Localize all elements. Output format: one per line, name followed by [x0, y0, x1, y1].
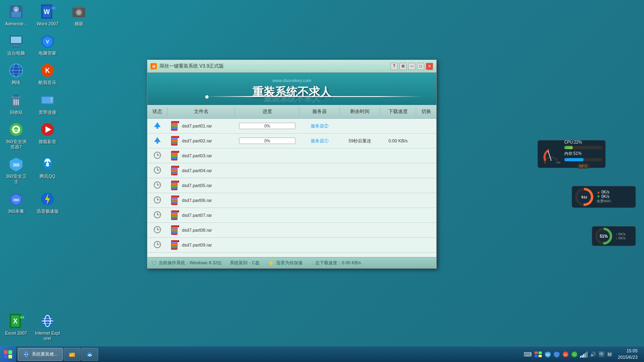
status-cell	[147, 135, 167, 147]
svg-text:A: A	[15, 8, 17, 12]
window-settings-button[interactable]: ⚙	[399, 63, 407, 70]
statusbar-install-to: 系统装到：C盘	[230, 260, 260, 266]
svg-rect-95	[171, 186, 177, 187]
desktop-icon-recycle[interactable]: 回收站	[2, 90, 30, 117]
excel-icon: X	[8, 313, 24, 329]
desktop-icon-360kill[interactable]: 360 360杀毒	[2, 189, 30, 216]
status-cell	[147, 165, 167, 176]
speed-cell	[380, 228, 416, 232]
svg-text:W: W	[43, 8, 50, 15]
switch-cell	[416, 139, 436, 142]
keyboard-icon[interactable]: ⌨	[524, 351, 532, 358]
svg-rect-117	[171, 232, 177, 233]
mem-circle: 51%	[595, 228, 612, 245]
pcmanager-icon: V	[39, 33, 56, 49]
desktop-icon-broadband[interactable]: 宽带连接	[33, 90, 62, 117]
taskbar-item-network-tray[interactable]	[81, 348, 98, 361]
taskbar-item-explorer[interactable]	[64, 348, 80, 361]
svg-rect-102	[171, 201, 177, 202]
administrator-icon: A	[8, 4, 24, 20]
switch-cell	[416, 124, 436, 128]
desktop-icon-network[interactable]: 网络	[2, 61, 30, 87]
taskbar: 系统重装难... ⌨	[0, 346, 644, 362]
desktop-icon-thunder[interactable]: 迅雷极速版	[33, 189, 62, 216]
filename-cell: dsd7.part03.rar	[167, 148, 235, 163]
desktop-icon-word2007[interactable]: W Word 2007	[33, 2, 62, 28]
svg-rect-130	[4, 350, 8, 354]
broadband-label: 宽带连接	[39, 110, 56, 115]
remaining-cell	[340, 243, 380, 247]
table-row[interactable]: dsd7.part05.rar	[147, 178, 436, 193]
cpu-monitor-widget: 0 100 CPU:22% 内存:51% 58°C	[537, 140, 606, 168]
table-row[interactable]: dsd7.part07.rar	[147, 208, 436, 223]
shield-icon: 🛡	[151, 260, 157, 266]
start-button[interactable]	[0, 346, 16, 362]
filename-cell: dsd7.part09.rar	[167, 238, 235, 252]
table-row[interactable]: dsd7.part06.rar	[147, 193, 436, 208]
progress-cell	[235, 243, 299, 247]
cpu-temp: 58°C	[578, 164, 589, 169]
administrator-label: Administr...	[5, 21, 27, 27]
excel-label: Excel 2007	[5, 331, 27, 336]
desktop-icon-360browser[interactable]: 360 360安全浏览器7	[2, 120, 30, 151]
table-row[interactable]: dsd7.part03.rar	[147, 148, 436, 163]
ie-icon	[39, 313, 56, 329]
statusbar-os: 🛡 当前操作系统：Windows 8 32位	[151, 260, 222, 266]
sogouvideo-icon	[39, 121, 56, 138]
network-label: 网络	[12, 80, 21, 85]
svg-rect-111	[178, 210, 179, 212]
net-upload-row: ▲ 0K/s	[597, 190, 632, 194]
col-progress: 进度	[235, 107, 299, 117]
svg-rect-116	[171, 230, 177, 232]
volume-icon[interactable]: 🔊	[590, 352, 596, 357]
360guard-label: 360安全卫士	[4, 174, 29, 184]
window-titlebar[interactable]: 屌 屌丝一键重装系统 V3.9正式版 ? ⚙ ─ □ ✕	[147, 60, 436, 73]
desktop-icon-administrator[interactable]: A Administr...	[2, 2, 30, 28]
desktop-icon-coolmusic[interactable]: K 酷我音乐	[33, 61, 62, 87]
banner-url: www.dsonekey.com	[272, 78, 311, 83]
desktop-icon-excel[interactable]: X Excel 2007	[2, 311, 30, 343]
server-cell: 服务器②	[299, 121, 340, 131]
table-row[interactable]: dsd7.part02.rar 0% 服务器① 59秒后重连 0.00 KB/s	[147, 134, 436, 148]
progress-cell	[235, 184, 299, 187]
window-minimize-button[interactable]: ─	[408, 63, 415, 70]
status-cell	[147, 239, 167, 251]
remaining-cell	[340, 214, 380, 217]
cpu-info: CPU:22% 内存:51% 58°C	[564, 140, 602, 169]
server-cell	[299, 154, 340, 157]
table-row[interactable]: dsd7.part09.rar	[147, 238, 436, 253]
svg-text:360: 360	[13, 198, 19, 202]
svg-marker-61	[154, 122, 161, 127]
language-icon[interactable]: 中	[599, 351, 605, 357]
table-row[interactable]: dsd7.part01.rar 0% 服务器②	[147, 119, 436, 134]
status-cell	[147, 195, 167, 206]
table-row[interactable]: dsd7.part08.rar	[147, 223, 436, 238]
table-row[interactable]: dsd7.part04.rar	[147, 163, 436, 178]
window-close-button[interactable]: ✕	[426, 63, 433, 70]
server-cell	[299, 243, 340, 247]
desktop-icon-capture[interactable]: 捕获	[65, 2, 93, 28]
window-help-button[interactable]: ?	[390, 63, 398, 70]
speed-cell: 0.00 KB/s	[380, 137, 416, 145]
svg-point-142	[89, 355, 91, 356]
svg-rect-144	[539, 352, 542, 354]
desktop-icon-sogouvideo[interactable]: 搜狐影音	[33, 120, 62, 151]
desktop-icon-ie[interactable]: Internet Explorer	[33, 311, 62, 343]
net-download-row: ▼ 0K/s	[597, 194, 632, 199]
360-tray-icon: 360	[545, 351, 551, 358]
switch-cell	[416, 184, 436, 187]
svg-rect-75	[171, 143, 177, 144]
mem-bar	[564, 158, 602, 161]
desktop-icon-pcmanager[interactable]: V 电脑管家	[33, 31, 62, 58]
desktop-icon-qq[interactable]: 腾讯QQ	[33, 154, 62, 186]
capture-icon	[71, 4, 87, 20]
status-cell	[147, 180, 167, 191]
desktop-icon-mycomputer[interactable]: 这台电脑	[2, 31, 30, 58]
taskbar-tray: ⌨ 360 360 +	[520, 348, 644, 360]
progress-cell	[235, 214, 299, 217]
svg-rect-80	[171, 154, 177, 156]
taskbar-item-ie[interactable]: 系统重装难...	[18, 348, 63, 361]
window-maximize-button[interactable]: □	[417, 63, 424, 70]
svg-rect-79	[171, 153, 177, 154]
desktop-icon-360guard[interactable]: 360 360安全卫士	[2, 154, 30, 186]
